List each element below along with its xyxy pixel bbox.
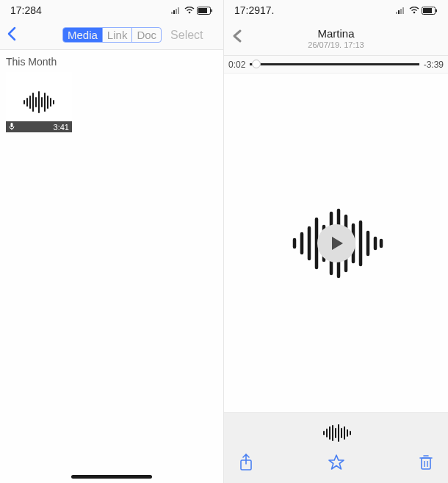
select-button[interactable]: Select xyxy=(170,29,203,42)
cellular-icon xyxy=(171,7,182,14)
svg-rect-3 xyxy=(178,7,179,14)
contact-name: Martina xyxy=(243,27,429,40)
contact-header: Martina 26/07/19. 17:13 xyxy=(243,27,429,49)
waveform-icon xyxy=(18,87,59,117)
tab-link[interactable]: Link xyxy=(103,28,133,42)
svg-rect-1 xyxy=(173,10,175,14)
progress-slider[interactable] xyxy=(250,63,419,65)
trash-icon xyxy=(419,454,433,471)
svg-rect-22 xyxy=(398,10,400,14)
svg-marker-55 xyxy=(329,455,344,469)
svg-rect-6 xyxy=(198,8,207,13)
share-button[interactable] xyxy=(239,454,253,474)
svg-rect-0 xyxy=(171,12,173,14)
status-time: 17:2917. xyxy=(234,4,275,16)
section-header: This Month xyxy=(6,56,217,68)
status-icons xyxy=(396,7,438,15)
elapsed-time: 0:02 xyxy=(228,60,245,70)
voice-message-thumbnail[interactable]: 3:41 xyxy=(6,72,72,132)
nav-bar-right: Martina 26/07/19. 17:13 xyxy=(224,21,448,56)
waveform-icon xyxy=(319,423,353,443)
svg-rect-19 xyxy=(11,123,13,127)
svg-point-4 xyxy=(189,12,191,14)
share-icon xyxy=(239,454,253,471)
svg-rect-28 xyxy=(436,9,438,12)
svg-rect-2 xyxy=(176,9,177,14)
media-grid: This Month xyxy=(0,50,223,483)
wifi-icon xyxy=(184,7,195,14)
player-area xyxy=(224,74,448,412)
battery-icon xyxy=(197,7,213,15)
svg-rect-24 xyxy=(402,7,404,14)
segment-control: Media Link Doc xyxy=(62,27,162,43)
status-bar-left: 17:284 xyxy=(0,0,223,21)
thumbnail-footer: 3:41 xyxy=(6,121,72,132)
back-button[interactable] xyxy=(231,29,243,47)
thumbnail-duration: 3:41 xyxy=(54,123,69,132)
battery-icon xyxy=(422,7,438,15)
mic-icon xyxy=(9,123,15,131)
star-icon xyxy=(328,454,345,471)
status-bar-right: 17:2917. xyxy=(224,0,448,21)
nav-bar-left: Media Link Doc Select xyxy=(0,21,223,50)
delete-button[interactable] xyxy=(419,454,433,474)
favorite-button[interactable] xyxy=(328,454,345,474)
remaining-time: -3:39 xyxy=(424,60,444,70)
bottom-toolbar xyxy=(224,412,448,483)
status-icons xyxy=(171,7,213,15)
tab-media[interactable]: Media xyxy=(63,28,103,42)
svg-rect-27 xyxy=(423,8,432,13)
svg-point-25 xyxy=(413,12,416,14)
svg-marker-42 xyxy=(332,237,343,250)
play-icon xyxy=(327,234,346,253)
svg-rect-56 xyxy=(422,458,430,469)
back-button[interactable] xyxy=(6,26,18,45)
cellular-icon xyxy=(396,7,407,14)
home-indicator[interactable] xyxy=(71,475,152,479)
playback-progress: 0:02 -3:39 xyxy=(224,56,448,74)
message-timestamp: 26/07/19. 17:13 xyxy=(243,40,429,49)
svg-rect-7 xyxy=(212,9,213,12)
wifi-icon xyxy=(409,7,419,14)
status-time: 17:284 xyxy=(10,4,42,16)
svg-rect-23 xyxy=(400,9,402,14)
slider-thumb[interactable] xyxy=(252,60,261,68)
svg-rect-21 xyxy=(396,12,397,14)
tab-doc[interactable]: Doc xyxy=(132,28,161,42)
attachment-preview[interactable] xyxy=(319,423,353,446)
play-button[interactable] xyxy=(317,224,355,262)
